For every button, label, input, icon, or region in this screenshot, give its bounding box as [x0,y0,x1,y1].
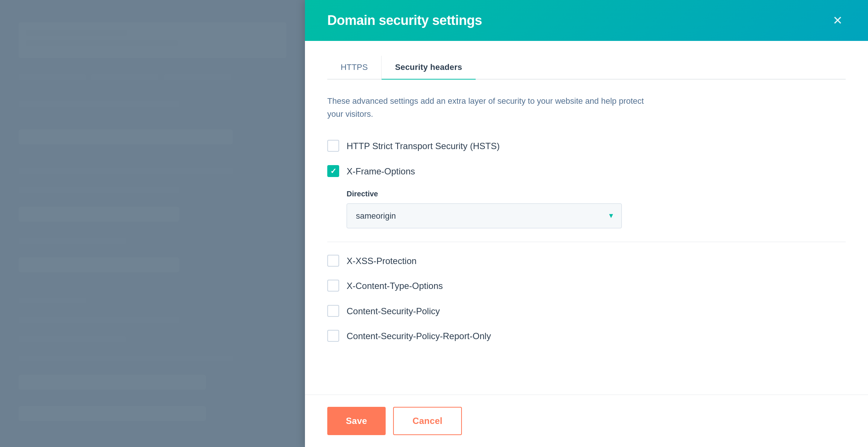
checkbox-xframe-label: X-Frame-Options [347,164,415,178]
tab-https[interactable]: HTTPS [327,56,382,79]
checkbox-hsts[interactable] [327,140,339,152]
checkbox-csp-wrapper[interactable] [327,305,339,317]
checkbox-xcontent-wrapper[interactable] [327,280,339,292]
modal-footer: Save Cancel [305,395,868,447]
checkbox-item-csp: Content-Security-Policy [327,304,846,318]
checkbox-item-hsts: HTTP Strict Transport Security (HSTS) [327,139,846,152]
background-blur [0,0,305,447]
checkbox-csp-report[interactable] [327,330,339,342]
directive-section: Directive sameorigin deny allowfrom ▼ [347,190,846,228]
checkbox-csp-report-label: Content-Security-Policy-Report-Only [347,329,491,343]
tab-security-headers[interactable]: Security headers [382,56,476,79]
checkbox-hsts-label: HTTP Strict Transport Security (HSTS) [347,139,500,152]
save-button[interactable]: Save [327,407,386,435]
close-button[interactable]: ✕ [830,12,846,29]
description-text: These advanced settings add an extra lay… [327,94,662,120]
checkbox-xxss-label: X-XSS-Protection [347,254,417,267]
directive-select[interactable]: sameorigin deny allowfrom [347,203,622,228]
checkbox-xframe[interactable]: ✓ [327,165,339,177]
checkbox-csp-report-wrapper[interactable] [327,330,339,342]
directive-label: Directive [347,190,846,198]
checkbox-item-xxss: X-XSS-Protection [327,254,846,267]
checkbox-xcontent[interactable] [327,280,339,292]
cancel-button[interactable]: Cancel [393,407,462,435]
checkbox-csp[interactable] [327,305,339,317]
checkbox-xcontent-label: X-Content-Type-Options [347,279,443,292]
checkbox-item-xcontent: X-Content-Type-Options [327,279,846,292]
checkmark-icon: ✓ [330,167,337,175]
checkbox-item-csp-report: Content-Security-Policy-Report-Only [327,329,846,343]
modal-header: Domain security settings ✕ [305,0,868,41]
checkbox-hsts-wrapper[interactable] [327,140,339,152]
modal-panel: Domain security settings ✕ HTTPS Securit… [305,0,868,447]
tabs-container: HTTPS Security headers [327,56,846,80]
checkbox-xxss-wrapper[interactable] [327,255,339,267]
modal-body: HTTPS Security headers These advanced se… [305,41,868,395]
checkbox-xframe-wrapper[interactable]: ✓ [327,165,339,177]
checkbox-item-xframe: ✓ X-Frame-Options [327,164,846,178]
directive-select-wrapper: sameorigin deny allowfrom ▼ [347,203,622,228]
section-divider [327,242,846,242]
checkbox-csp-label: Content-Security-Policy [347,304,440,318]
checkbox-xxss[interactable] [327,255,339,267]
close-icon: ✕ [833,15,843,26]
modal-title: Domain security settings [327,13,482,28]
